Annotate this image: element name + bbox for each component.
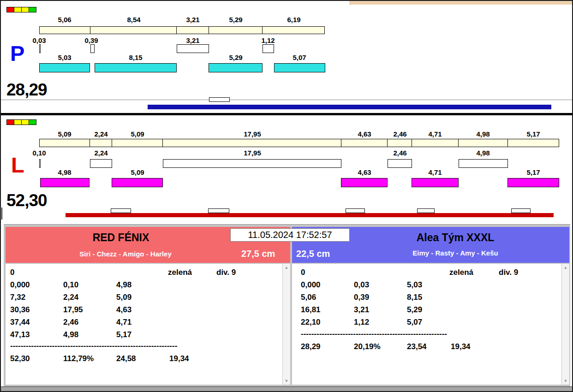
segment-label: 2,46 [393,130,406,138]
segment-bar [341,139,388,147]
scroll-down-icon[interactable]: ▼ [283,379,290,383]
segment-label: 6,19 [287,16,300,24]
segment-bar [507,139,559,147]
stone-label: 4,71 [428,168,442,176]
legend-yellow-swatch [14,7,22,12]
segment-bar [387,139,412,147]
gap-box [39,159,41,168]
stone-bar [209,63,263,72]
table-cell: 5,06 [301,293,316,302]
legend-yellow2-swatch [21,7,29,12]
lane-l-total: 52,30 [6,192,47,209]
total-cell: 19,34 [169,354,189,363]
stone-bar [274,63,325,72]
stone-bar [40,178,90,187]
table-cell: 7,32 [10,293,25,302]
gap-label: 2,46 [393,149,406,157]
scroll-down-icon[interactable]: ▼ [562,379,569,383]
gap-label: 1,12 [261,36,275,44]
table-cell: 3,21 [354,305,369,315]
segment-bar [162,139,341,147]
team-left-players: Siri - Chezz - Amigo - Harley [10,250,241,258]
scrollbar-right-panel[interactable]: ▲ ▼ [561,264,569,385]
legend-red-swatch [6,119,14,125]
total-cell: 52,30 [10,354,30,363]
table-cell: 4,98 [63,330,78,339]
segment-bar [90,26,177,34]
marker-box [208,208,229,213]
segment-bar [90,139,112,147]
table-cell: 17,95 [63,305,83,315]
table-cell: 4,98 [116,280,131,290]
stone-label: 4,63 [358,168,371,176]
gap-label: 0,39 [84,36,98,44]
segment-bar [412,139,459,147]
table-cell: 5,03 [407,280,422,290]
team-left-measure: 27,5 cm [241,249,275,259]
lane-l-letter: L [11,154,24,176]
status-division: div. 9 [216,268,236,277]
table-cell: 0,000 [301,280,321,290]
total-cell: 28,29 [301,342,321,351]
team-right-measure: 22,5 cm [296,249,330,259]
segment-label: 5,06 [58,16,71,24]
gap-box [177,44,209,53]
segment-label: 4,98 [476,130,489,138]
gap-label: 2,24 [94,149,107,157]
segment-label: 5,17 [526,130,540,138]
stone-label: 5,29 [229,53,242,61]
legend-yellow2-swatch [21,119,29,125]
score-panel-right[interactable] [292,264,569,385]
status-color: zelená [449,268,473,277]
scroll-up-icon[interactable]: ▲ [283,265,290,270]
total-cell: 112,79% [63,354,94,363]
table-cell: 22,10 [301,318,321,327]
left-edge-marker [1,208,2,220]
stone-label: 5,03 [58,53,71,61]
marker-box [111,208,131,213]
segment-label: 5,09 [58,130,71,138]
gap-label: 3,21 [186,36,199,44]
stone-bar [39,63,90,72]
gap-box [388,159,412,168]
segment-label: 5,29 [229,16,242,24]
lane-p-letter: P [10,42,24,64]
gap-box [39,44,41,53]
marker-box [346,208,365,213]
stone-bar [95,63,177,72]
table-cell: 4,71 [116,318,131,327]
segment-label: 3,21 [186,16,199,24]
score-panel-left[interactable] [6,264,290,385]
gap-label: 4,98 [476,149,489,157]
table-cell: 5,17 [116,330,131,339]
stone-bar [112,178,163,187]
segment-bar [39,26,90,34]
team-left-name: RED FÉNIX [6,232,236,244]
table-separator: ----------------------------------------… [10,341,177,350]
table-cell: 0,03 [354,280,369,290]
lane-p-baseline [1,100,572,100]
table-cell: 37,44 [10,318,30,327]
stone-label: 5,17 [526,168,540,176]
stone-label: 5,07 [292,53,306,61]
gap-label: 17,95 [244,149,261,157]
segment-bar [176,26,209,34]
lane-p-total: 28,29 [6,81,47,98]
status-legend-p [7,7,36,12]
marker-box [417,208,435,213]
status-legend-l [7,119,36,125]
table-cell: 2,46 [63,318,78,327]
marker-box [209,97,230,102]
status-bar [1,386,572,392]
gap-box [90,159,112,168]
team-right-players: Eimy - Rasty - Amy - Kešu [354,249,557,257]
status-count: 0 [301,268,305,277]
title-bar-accent [349,1,572,5]
stone-bar [412,178,459,187]
scrollbar-left-panel[interactable]: ▲ ▼ [282,264,290,385]
lane-divider [1,113,572,115]
table-cell: 1,12 [354,318,369,327]
table-cell: 30,36 [10,305,30,315]
scroll-up-icon[interactable]: ▲ [562,265,569,270]
segment-label: 5,09 [131,130,144,138]
